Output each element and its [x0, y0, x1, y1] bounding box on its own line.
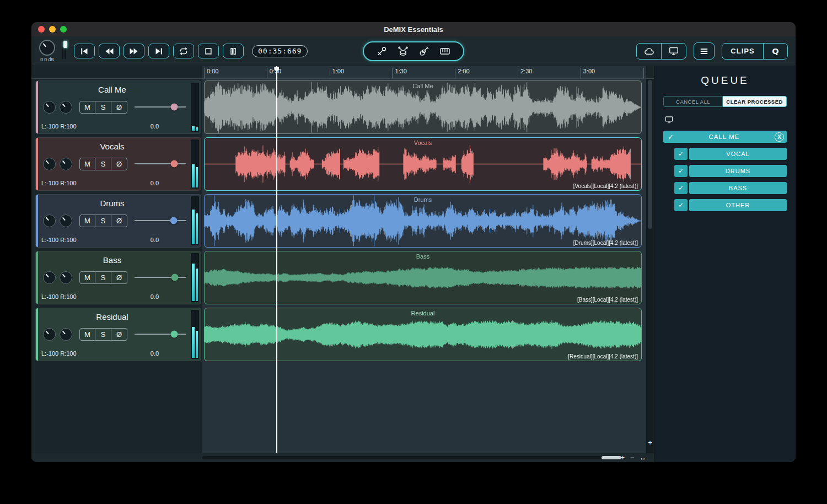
- close-window-button[interactable]: [38, 26, 45, 33]
- pan-knob[interactable]: [43, 215, 56, 227]
- zoom-vertical-icon[interactable]: +: [646, 438, 654, 447]
- zoom-out-icon[interactable]: −: [630, 454, 634, 462]
- level-meter: [191, 140, 199, 189]
- volume-slider[interactable]: [135, 271, 186, 284]
- level-meter: [191, 253, 199, 302]
- timeline-tick: 1:00: [330, 68, 344, 78]
- master-gain-knob[interactable]: [39, 40, 55, 56]
- level-meter: [191, 83, 199, 132]
- phase-button[interactable]: Ø: [111, 328, 127, 341]
- volume-slider[interactable]: [135, 101, 186, 114]
- clip-title: Drums: [205, 196, 641, 203]
- search-button[interactable]: Q: [763, 44, 787, 59]
- vertical-scrollbar-thumb[interactable]: [648, 80, 652, 229]
- skip-back-button[interactable]: [74, 44, 95, 58]
- timeline-tick: 3:00: [581, 68, 595, 78]
- fast-forward-button[interactable]: [123, 44, 144, 58]
- check-icon[interactable]: ✓: [674, 182, 688, 194]
- track-header-drums[interactable]: Drums M S Ø: [35, 194, 201, 248]
- cancel-all-button[interactable]: CANCEL ALL: [663, 96, 723, 107]
- phase-button[interactable]: Ø: [111, 101, 127, 114]
- pause-button[interactable]: [223, 44, 244, 58]
- app-window: DeMIX Essentials 0.0 dB: [31, 22, 796, 462]
- volume-slider[interactable]: [135, 328, 186, 341]
- solo-button[interactable]: S: [95, 215, 111, 227]
- phase-button[interactable]: Ø: [111, 158, 127, 170]
- check-icon[interactable]: ✓: [674, 148, 688, 160]
- queue-item-bass[interactable]: ✓ BASS: [674, 182, 787, 194]
- bass-stem-button[interactable]: [418, 45, 430, 57]
- pan-knob[interactable]: [43, 101, 56, 114]
- playhead[interactable]: [276, 66, 277, 453]
- trim-knob[interactable]: [60, 101, 72, 114]
- drums-stem-button[interactable]: [397, 45, 409, 57]
- mute-button[interactable]: M: [79, 271, 95, 284]
- queue-item-vocal[interactable]: ✓ VOCAL: [674, 148, 787, 160]
- solo-button[interactable]: S: [95, 328, 111, 341]
- zoom-fit-icon[interactable]: ↔: [640, 454, 646, 462]
- clip-call-me[interactable]: Call Me: [204, 81, 642, 134]
- guitar-icon: [418, 45, 430, 57]
- zoom-in-icon[interactable]: +: [621, 454, 625, 462]
- volume-slider[interactable]: [135, 158, 186, 170]
- trim-knob[interactable]: [60, 271, 72, 284]
- trim-knob[interactable]: [60, 215, 72, 227]
- solo-button[interactable]: S: [95, 101, 111, 114]
- track-header-vocals[interactable]: Vocals M S Ø: [35, 137, 201, 191]
- minimize-window-button[interactable]: [49, 26, 56, 33]
- cloud-button[interactable]: [637, 44, 661, 59]
- trim-knob[interactable]: [60, 158, 72, 170]
- rewind-button[interactable]: [99, 44, 120, 58]
- queue-item-drums[interactable]: ✓ DRUMS: [674, 165, 787, 177]
- trim-knob[interactable]: [60, 328, 72, 341]
- queue-item-other[interactable]: ✓ OTHER: [674, 199, 787, 211]
- mute-button[interactable]: M: [79, 328, 95, 341]
- other-stem-button[interactable]: [439, 45, 451, 57]
- clip-bass[interactable]: Bass [Bass][Local][4.2 (latest)]: [204, 251, 642, 304]
- skip-end-button[interactable]: [148, 44, 169, 58]
- track-header-residual[interactable]: Residual M S Ø: [35, 308, 201, 361]
- local-device-button[interactable]: [661, 44, 686, 59]
- solo-button[interactable]: S: [95, 271, 111, 284]
- timeline-tick: 0:00: [204, 68, 218, 78]
- clear-processed-button[interactable]: CLEAR PROCESSED: [723, 96, 787, 107]
- horizontal-scrollbar[interactable]: [202, 456, 622, 459]
- queue-panel: QUEUE CANCEL ALL CLEAR PROCESSED ✓ CALL …: [654, 66, 796, 462]
- level-meter: [191, 310, 199, 359]
- timeline-ruler[interactable]: 0:00 0:30 1:00 1:30 2:00 2:30 3:00 3: [202, 66, 646, 78]
- vocal-stem-button[interactable]: [376, 45, 388, 57]
- track-header-bass[interactable]: Bass M S Ø: [35, 251, 201, 304]
- clips-button[interactable]: CLIPS: [722, 44, 763, 59]
- zoom-window-button[interactable]: [60, 26, 67, 33]
- track-header-call-me[interactable]: Call Me M S Ø: [35, 81, 201, 134]
- menu-button[interactable]: [694, 42, 715, 60]
- mute-button[interactable]: M: [79, 101, 95, 114]
- close-job-button[interactable]: X: [775, 132, 784, 142]
- timeline-tick: 1:30: [392, 68, 406, 78]
- mute-button[interactable]: M: [79, 158, 95, 170]
- volume-value: 0.0: [151, 123, 159, 130]
- phase-button[interactable]: Ø: [111, 271, 127, 284]
- master-fader[interactable]: [61, 39, 67, 59]
- clip-residual[interactable]: Residual [Residual][Local][4.2 (latest)]: [204, 308, 642, 361]
- track-name: Vocals: [36, 142, 189, 151]
- check-icon[interactable]: ✓: [674, 199, 688, 211]
- queue-job-call-me[interactable]: ✓ CALL ME X: [663, 131, 787, 143]
- phase-button[interactable]: Ø: [111, 215, 127, 227]
- stop-icon: [203, 46, 213, 56]
- vertical-scrollbar[interactable]: +: [646, 79, 654, 453]
- stop-button[interactable]: [198, 44, 219, 58]
- volume-slider[interactable]: [135, 215, 186, 227]
- horizontal-scrollbar-thumb[interactable]: [602, 456, 621, 459]
- clip-vocals[interactable]: Vocals [Vocals][Local][4.2 (latest)]: [204, 137, 642, 191]
- clip-drums[interactable]: Drums [Drums][Local][4.2 (latest)]: [204, 194, 642, 248]
- pan-knob[interactable]: [43, 271, 56, 284]
- check-icon[interactable]: ✓: [674, 165, 688, 177]
- solo-button[interactable]: S: [95, 158, 111, 170]
- pan-knob[interactable]: [43, 328, 56, 341]
- volume-value: 0.0: [151, 293, 159, 300]
- loop-button[interactable]: [173, 44, 194, 58]
- pan-knob[interactable]: [43, 158, 56, 170]
- mute-button[interactable]: M: [79, 215, 95, 227]
- pause-icon: [228, 46, 238, 56]
